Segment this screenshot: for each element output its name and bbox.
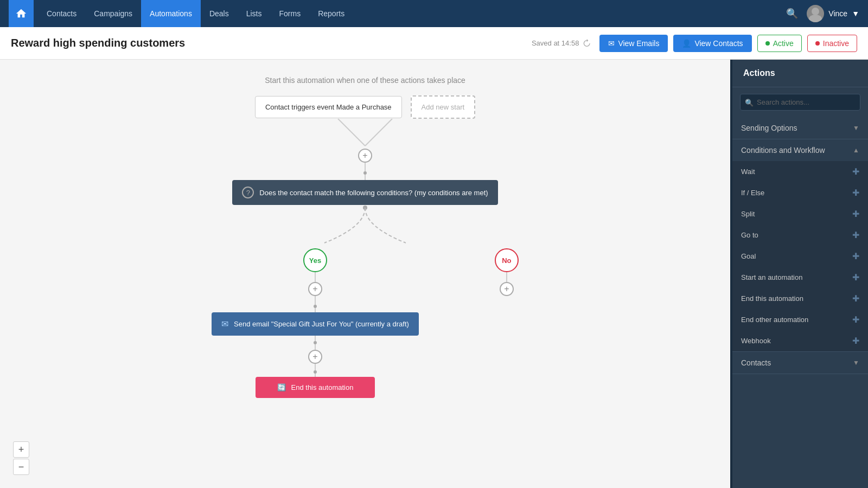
inactive-button[interactable]: Inactive — [807, 35, 857, 52]
saved-status: Saved at 14:58 — [532, 39, 591, 48]
user-name: Vince — [828, 9, 847, 18]
sidebar-item-goto[interactable]: Go to ✚ — [732, 224, 868, 246]
branch-row: Yes + ✉ Send email "Special Gift Just Fo… — [212, 248, 519, 398]
drag-icon-end-other-automation: ✚ — [852, 314, 859, 325]
sidebar-item-wait[interactable]: Wait ✚ — [732, 161, 868, 182]
sidebar-item-split[interactable]: Split ✚ — [732, 203, 868, 224]
svg-point-0 — [812, 8, 819, 15]
no-branch: No + — [495, 248, 519, 296]
search-icon-sidebar: 🔍 — [745, 98, 754, 106]
chevron-down-icon: ▼ — [853, 124, 859, 132]
branch-svg — [273, 205, 457, 248]
add-yes-button[interactable]: + — [308, 282, 322, 296]
add-no-button[interactable]: + — [500, 282, 514, 296]
user-menu[interactable]: Vince ▼ — [807, 5, 859, 22]
view-contacts-button[interactable]: 👤 View Contacts — [673, 35, 751, 52]
trigger-box[interactable]: Contact triggers event Made a Purchase — [255, 96, 402, 118]
condition-box[interactable]: ? Does the contact match the following c… — [232, 180, 497, 205]
history-icon — [582, 39, 591, 48]
split-label: Split — [741, 210, 755, 218]
end-label: End this automation — [291, 383, 354, 391]
nav-automations[interactable]: Automations — [141, 0, 201, 27]
drag-icon-split: ✚ — [852, 209, 859, 219]
drag-icon-start-automation: ✚ — [852, 272, 859, 282]
end-icon: 🔄 — [277, 383, 286, 391]
active-button[interactable]: Active — [757, 35, 802, 52]
goal-label: Goal — [741, 252, 756, 260]
drag-icon-if-else: ✚ — [852, 188, 859, 198]
contacts-label: Contacts — [741, 358, 771, 367]
svg-line-2 — [338, 119, 365, 146]
add-before-condition-button[interactable]: + — [358, 149, 372, 163]
drag-icon-goal: ✚ — [852, 251, 859, 261]
active-dot — [765, 41, 770, 46]
wait-label: Wait — [741, 168, 755, 176]
automation-canvas: Start this automation when one of these … — [0, 60, 730, 488]
sending-options-section: Sending Options ▼ — [732, 117, 868, 139]
email-send-icon: ✉ — [221, 319, 228, 329]
header-buttons: ✉ View Emails 👤 View Contacts Active Ina… — [599, 35, 857, 52]
drag-icon-goto: ✚ — [852, 230, 859, 240]
actions-sidebar: Actions 🔍 Sending Options ▼ Conditions a… — [732, 60, 868, 488]
trigger-row: Contact triggers event Made a Purchase A… — [255, 95, 475, 119]
top-nav: Contacts Campaigns Automations Deals Lis… — [0, 0, 868, 27]
chevron-down-icon-contacts: ▼ — [853, 359, 859, 367]
page-title: Reward high spending customers — [11, 37, 532, 49]
email-label: Send email "Special Gift Just For You" (… — [234, 320, 409, 328]
avatar — [807, 5, 824, 22]
chevron-down-icon: ▼ — [852, 9, 859, 18]
zoom-in-button[interactable]: + — [13, 441, 29, 458]
drag-icon-end-this-automation: ✚ — [852, 293, 859, 304]
yes-branch: Yes + ✉ Send email "Special Gift Just Fo… — [212, 248, 419, 398]
drag-icon-webhook: ✚ — [852, 336, 859, 346]
nav-deals[interactable]: Deals — [201, 0, 238, 27]
sidebar-title: Actions — [732, 60, 868, 87]
search-icon[interactable]: 🔍 — [786, 8, 798, 20]
search-actions-container: 🔍 — [740, 94, 860, 111]
home-button[interactable] — [9, 0, 34, 27]
goto-label: Go to — [741, 231, 758, 239]
sidebar-item-goal[interactable]: Goal ✚ — [732, 246, 868, 267]
start-automation-label: Start an automation — [741, 273, 802, 281]
conditions-workflow-header[interactable]: Conditions and Workflow ▲ — [732, 139, 868, 161]
nav-contacts[interactable]: Contacts — [38, 0, 85, 27]
end-other-automation-label: End other automation — [741, 316, 808, 324]
sidebar-item-webhook[interactable]: Webhook ✚ — [732, 330, 868, 351]
add-after-email-button[interactable]: + — [308, 350, 322, 364]
if-else-label: If / Else — [741, 189, 764, 197]
search-actions-input[interactable] — [740, 94, 860, 111]
saved-text: Saved at 14:58 — [532, 39, 579, 47]
webhook-label: Webhook — [741, 337, 771, 345]
drag-icon-wait: ✚ — [852, 166, 859, 177]
email-icon: ✉ — [608, 39, 615, 48]
sidebar-item-start-automation[interactable]: Start an automation ✚ — [732, 267, 868, 288]
conditions-workflow-section: Conditions and Workflow ▲ Wait ✚ If / El… — [732, 139, 868, 352]
end-this-automation-label: End this automation — [741, 294, 803, 303]
nav-forms[interactable]: Forms — [271, 0, 310, 27]
add-new-start-button[interactable]: Add new start — [411, 95, 476, 119]
converge-svg — [273, 119, 457, 149]
chevron-up-icon: ▲ — [853, 146, 859, 154]
sidebar-item-if-else[interactable]: If / Else ✚ — [732, 182, 868, 203]
sidebar-item-end-other-automation[interactable]: End other automation ✚ — [732, 309, 868, 330]
contacts-section: Contacts ▼ — [732, 352, 868, 374]
nav-campaigns[interactable]: Campaigns — [85, 0, 141, 27]
conditions-workflow-label: Conditions and Workflow — [741, 146, 825, 155]
canvas-subtitle: Start this automation when one of these … — [265, 76, 465, 85]
contacts-header[interactable]: Contacts ▼ — [732, 352, 868, 374]
contacts-icon: 👤 — [682, 39, 691, 48]
zoom-out-button[interactable]: − — [13, 459, 29, 475]
condition-icon: ? — [242, 187, 254, 198]
nav-reports[interactable]: Reports — [309, 0, 353, 27]
end-automation-box[interactable]: 🔄 End this automation — [256, 377, 375, 398]
nav-lists[interactable]: Lists — [238, 0, 271, 27]
svg-line-3 — [365, 119, 392, 146]
no-circle: No — [495, 248, 519, 272]
yes-circle: Yes — [303, 248, 327, 272]
sidebar-item-end-this-automation[interactable]: End this automation ✚ — [732, 288, 868, 309]
send-email-box[interactable]: ✉ Send email "Special Gift Just For You"… — [212, 312, 419, 336]
sending-options-label: Sending Options — [741, 124, 797, 132]
sending-options-header[interactable]: Sending Options ▼ — [732, 117, 868, 139]
view-emails-button[interactable]: ✉ View Emails — [599, 35, 668, 52]
canvas-inner: Start this automation when one of these … — [0, 60, 730, 488]
